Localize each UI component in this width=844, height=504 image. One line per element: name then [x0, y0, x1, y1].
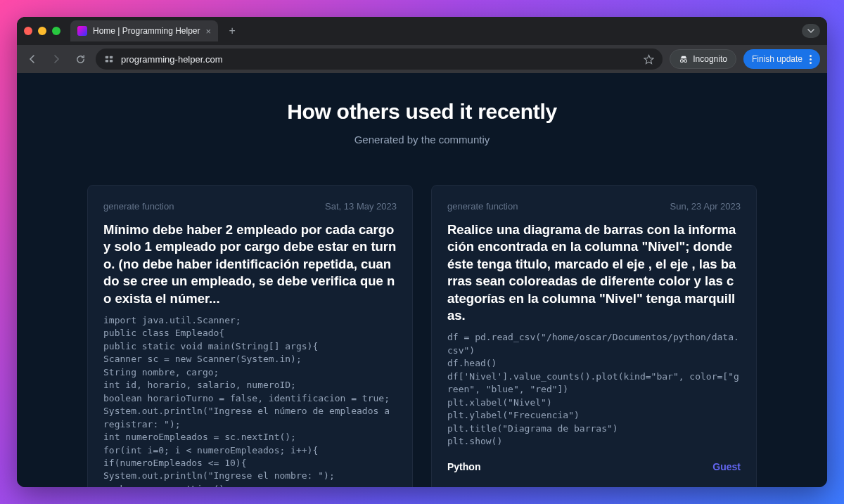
tabs-overflow-button[interactable] — [802, 24, 820, 38]
bookmark-icon[interactable] — [644, 54, 654, 65]
browser-tab[interactable]: Home | Programming Helper × — [70, 20, 218, 41]
incognito-label: Incognito — [693, 54, 727, 64]
community-card[interactable]: generate function Sat, 13 May 2023 Mínim… — [87, 185, 413, 487]
svg-rect-2 — [106, 60, 108, 63]
page-content: How others used it recently Generated by… — [17, 73, 827, 487]
svg-rect-3 — [110, 60, 113, 63]
finish-update-label: Finish update — [752, 54, 803, 64]
minimize-window-icon[interactable] — [38, 27, 46, 35]
kebab-menu-icon[interactable] — [810, 55, 812, 64]
close-tab-icon[interactable]: × — [206, 26, 212, 37]
maximize-window-icon[interactable] — [52, 27, 60, 35]
close-window-icon[interactable] — [24, 27, 32, 35]
card-category: generate function — [447, 201, 518, 212]
svg-point-4 — [681, 60, 684, 63]
back-button[interactable] — [24, 51, 41, 67]
tab-bar: Home | Programming Helper × + — [17, 17, 827, 45]
arrow-right-icon — [51, 53, 62, 65]
card-language: Python — [447, 461, 480, 472]
forward-button[interactable] — [48, 51, 65, 67]
favicon-icon — [77, 26, 87, 36]
svg-point-5 — [684, 60, 687, 63]
url-text: programming-helper.com — [121, 54, 637, 65]
page-heading: How others used it recently — [17, 100, 827, 124]
card-title: Mínimo debe haber 2 empleado por cada ca… — [103, 221, 397, 307]
page-subheading: Generated by the communtiy — [17, 134, 827, 146]
browser-window: Home | Programming Helper × + programmin… — [17, 17, 827, 487]
incognito-icon — [679, 54, 689, 64]
window-controls — [24, 27, 60, 35]
card-date: Sat, 13 May 2023 — [325, 201, 397, 212]
card-category: generate function — [103, 201, 174, 212]
incognito-chip[interactable]: Incognito — [670, 49, 736, 69]
cards-grid: generate function Sat, 13 May 2023 Mínim… — [17, 185, 827, 487]
card-author[interactable]: Guest — [712, 461, 741, 472]
card-code: df = pd.read_csv("/home/oscar/Documentos… — [447, 331, 741, 448]
chevron-down-icon — [807, 27, 814, 34]
tab-title: Home | Programming Helper — [93, 26, 200, 36]
site-settings-icon[interactable] — [104, 54, 114, 64]
reload-icon — [75, 54, 86, 65]
reload-button[interactable] — [72, 51, 89, 67]
card-date: Sun, 23 Apr 2023 — [670, 201, 741, 212]
finish-update-button[interactable]: Finish update — [743, 49, 820, 69]
svg-rect-0 — [106, 56, 108, 59]
card-code: import java.util.Scanner; public class E… — [103, 314, 397, 487]
new-tab-button[interactable]: + — [224, 22, 241, 39]
arrow-left-icon — [27, 53, 38, 65]
address-bar: programming-helper.com Incognito Finish … — [17, 45, 827, 73]
url-field[interactable]: programming-helper.com — [96, 49, 663, 70]
svg-rect-1 — [110, 56, 113, 59]
card-title: Realice una diagrama de barras con la in… — [447, 221, 741, 324]
community-card[interactable]: generate function Sun, 23 Apr 2023 Reali… — [431, 185, 757, 487]
